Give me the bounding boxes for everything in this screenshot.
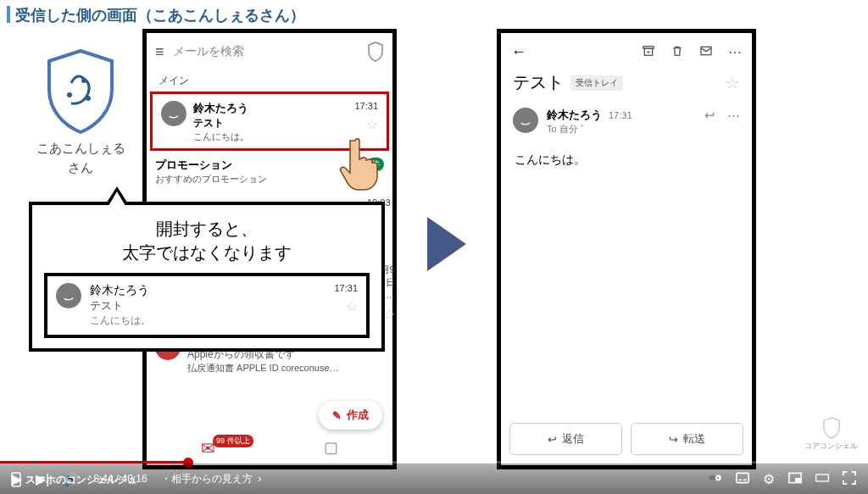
svg-point-0 [67,92,72,97]
svg-rect-9 [737,473,748,482]
callout-mail-example: 鈴木たろう テスト こんにちは。 17:31 ☆ [44,273,370,338]
autoplay-toggle[interactable] [709,471,722,486]
star-icon[interactable]: ☆ [354,116,378,132]
mail-sender: 鈴木たろう [90,283,326,298]
svg-point-1 [81,78,86,83]
chevron-down-icon[interactable]: ˇ [581,124,584,134]
forward-icon: ↪ [669,433,678,446]
pointing-finger-icon [337,136,383,195]
trash-icon[interactable] [670,44,684,60]
back-arrow-icon[interactable]: ← [511,43,526,61]
mail-nav-icon[interactable]: ✉99 件以上 [201,438,215,458]
mail-snippet: 払戻通知書 APPLE ID coreconuse… [187,362,363,375]
detail-sender: 鈴木たろう [547,108,602,123]
mail-subject: テスト [193,116,348,130]
forward-label: 転送 [683,431,705,447]
archive-icon[interactable] [642,44,655,60]
arrow-right-icon [427,217,466,271]
miniplayer-icon[interactable] [788,471,802,486]
fullscreen-icon[interactable] [843,471,856,486]
search-placeholder: メールを検索 [173,44,359,59]
sender-avatar [161,101,186,126]
svg-rect-13 [795,478,800,482]
callout-text: 開封すると、 太字ではなくなります [44,217,370,264]
mail-sender: 鈴木たろう [193,101,348,116]
hamburger-icon[interactable]: ≡ [155,43,164,61]
mail-time: 17:31 [354,101,378,111]
channel-watermark: スマホのコンシェルジュ [10,472,137,487]
chapter-title[interactable]: ・相手からの見え方 › [161,472,262,486]
mail-snippet: こんにちは。 [90,314,326,328]
star-icon: ☆ [334,298,358,314]
star-icon[interactable]: ☆ [725,73,740,93]
more-icon[interactable]: ⋯ [727,108,740,123]
more-icon[interactable]: ⋯ [728,44,742,60]
svg-point-2 [86,96,91,101]
detail-to[interactable]: To 自分 [547,124,578,134]
mail-subject: テスト [90,298,326,314]
pencil-icon: ✎ [332,409,342,422]
svg-rect-6 [12,473,20,486]
compose-label: 作成 [347,408,369,423]
detail-subject: テスト [513,71,564,94]
reply-button[interactable]: ↩返信 [509,423,622,455]
slide-title: 受信した側の画面（こあこんしぇるさん） [7,5,305,25]
compose-button[interactable]: ✎ 作成 [319,401,382,430]
presenter-avatar: こあこんしぇる さん [34,49,127,177]
captions-icon[interactable] [736,471,749,486]
unread-count: 99 件以上 [213,435,253,447]
detail-time: 17:31 [609,110,632,120]
video-nav-icon[interactable]: ▢ [324,438,338,458]
svg-rect-10 [738,480,742,481]
promo-title: プロモーション [155,158,267,173]
mail-icon[interactable] [699,44,713,60]
settings-icon[interactable]: ⚙ [763,471,775,487]
shield-icon [44,49,117,134]
theater-icon[interactable] [815,471,829,486]
avatar-label: こあこんしぇる さん [34,139,127,177]
promo-sub: おすすめのプロモーション [155,173,267,186]
sender-avatar [56,283,81,308]
explanation-callout: 開封すると、 太字ではなくなります 鈴木たろう テスト こんにちは。 17:31… [29,202,385,352]
sender-avatar [513,108,538,133]
mail-snippet: こんにちは。 [193,130,348,143]
reply-icon[interactable]: ↩ [704,108,715,123]
svg-rect-14 [816,475,829,481]
reply-label: 返信 [562,431,584,447]
search-bar[interactable]: ≡ メールを検索 [147,33,392,70]
account-shield-icon[interactable] [367,42,384,62]
inbox-tab[interactable]: メイン [147,70,392,90]
phone-detail: ← ⋯ テスト 受信トレイ ☆ 鈴木たろう 17:31 To 自分 ˇ ↩ [497,29,756,469]
svg-rect-11 [743,480,747,481]
inbox-chip: 受信トレイ [570,75,623,91]
reply-icon: ↩ [548,433,557,446]
mail-time: 17:31 [334,283,358,293]
forward-button[interactable]: ↪転送 [631,423,743,455]
brand-logo: コアコンシェル [804,417,858,452]
brand-label: コアコンシェル [804,441,858,452]
mail-body-text: こんにちは。 [501,141,752,180]
